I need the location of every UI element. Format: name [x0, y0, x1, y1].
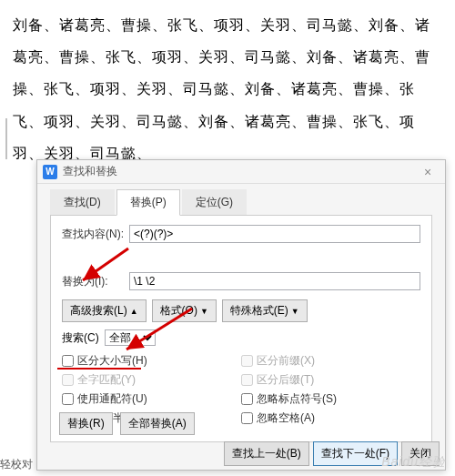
tab-find[interactable]: 查找(D)	[50, 189, 115, 216]
document-body: 刘备、诸葛亮、曹操、张飞、项羽、关羽、司马懿、刘备、诸葛亮、曹操、张飞、项羽、关…	[0, 0, 455, 178]
search-direction-label: 搜索(C)	[62, 330, 99, 346]
special-format-button[interactable]: 特殊格式(E) ▼	[222, 299, 308, 322]
replace-buttons-row: 替换(R) 全部替换(A)	[59, 412, 195, 435]
whole-word-checkbox: 全字匹配(Y)	[62, 370, 241, 390]
format-button[interactable]: 格式(O) ▼	[152, 299, 217, 322]
find-replace-dialog: W 查找和替换 × 查找(D) 替换(P) 定位(G) 查找内容(N): 替换为…	[36, 159, 446, 471]
ignore-space-checkbox[interactable]: 忽略空格(A)	[241, 409, 420, 428]
wildcards-checkbox[interactable]: 使用通配符(U)	[62, 390, 241, 409]
tab-replace[interactable]: 替换(P)	[116, 189, 180, 216]
page-margin-indicator	[5, 118, 7, 159]
replace-label: 替换为(I):	[62, 274, 129, 289]
dialog-title: 查找和替换	[63, 164, 416, 179]
replace-panel: 查找内容(N): 替换为(I): 高级搜索(L) ▲ 格式(O) ▼ 特殊格式(…	[50, 215, 432, 442]
find-label: 查找内容(N):	[62, 227, 129, 242]
find-input[interactable]	[129, 225, 420, 243]
collapse-icon: ▲	[130, 307, 138, 316]
chevron-down-icon: ▼	[291, 307, 299, 316]
advanced-search-label: 高级搜索(L)	[70, 303, 127, 319]
prefix-checkbox: 区分前缀(X)	[241, 351, 420, 370]
tab-strip: 查找(D) 替换(P) 定位(G)	[37, 184, 445, 216]
tab-goto[interactable]: 定位(G)	[182, 189, 247, 216]
close-icon[interactable]: ×	[416, 165, 440, 179]
search-direction-select[interactable]: 全部	[105, 329, 156, 346]
chevron-down-icon: ▼	[200, 307, 208, 316]
find-row: 查找内容(N):	[62, 225, 420, 243]
search-direction-row: 搜索(C) 全部	[62, 329, 420, 346]
watermark: Baidu经验	[381, 454, 446, 471]
dialog-titlebar: W 查找和替换 ×	[37, 160, 445, 184]
find-prev-button[interactable]: 查找上一处(B)	[224, 441, 309, 466]
app-icon: W	[43, 165, 57, 179]
special-format-label: 特殊格式(E)	[230, 303, 288, 319]
ignore-punct-checkbox[interactable]: 忽略标点符号(S)	[241, 390, 420, 409]
replace-button[interactable]: 替换(R)	[59, 412, 113, 435]
side-label: 轻校对	[0, 457, 33, 472]
format-label: 格式(O)	[160, 303, 197, 319]
option-buttons-row: 高级搜索(L) ▲ 格式(O) ▼ 特殊格式(E) ▼	[62, 299, 420, 322]
replace-all-button[interactable]: 全部替换(A)	[120, 412, 195, 435]
suffix-checkbox: 区分后缀(T)	[241, 370, 420, 390]
advanced-search-button[interactable]: 高级搜索(L) ▲	[62, 299, 147, 322]
replace-row: 替换为(I):	[62, 272, 420, 290]
annotation-underline	[57, 362, 141, 370]
replace-input[interactable]	[129, 272, 420, 290]
